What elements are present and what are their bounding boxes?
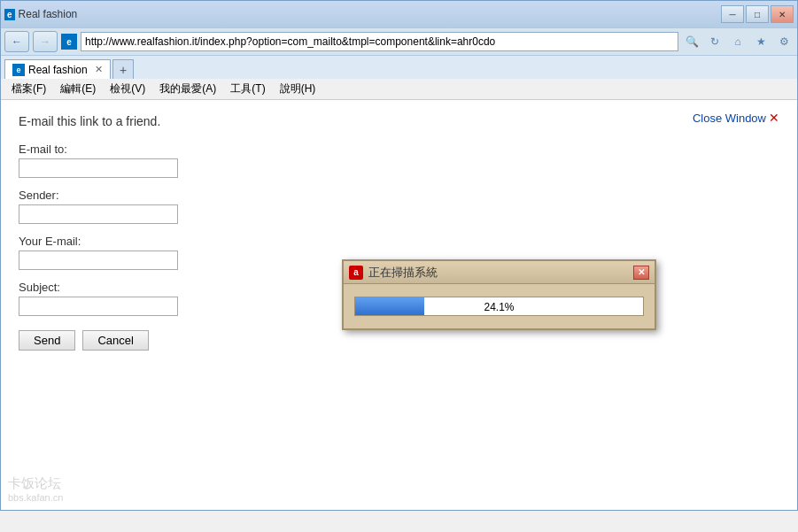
- close-x-icon: ✕: [769, 111, 779, 125]
- watermark: 卡饭论坛 bbs.kafan.cn: [8, 475, 63, 503]
- sender-input[interactable]: [19, 204, 178, 224]
- refresh-icon[interactable]: ↻: [705, 32, 724, 51]
- av-icon-label: a: [353, 267, 359, 277]
- email-to-label: E-mail to:: [19, 143, 779, 156]
- av-close-button[interactable]: ✕: [633, 266, 649, 280]
- menu-edit[interactable]: 編輯(E): [53, 80, 103, 98]
- watermark-line2: bbs.kafan.cn: [8, 492, 63, 503]
- tab-label: Real fashion: [28, 64, 88, 76]
- browser-tab[interactable]: e Real fashion ✕: [4, 59, 111, 79]
- close-window-label: Close Window: [693, 112, 766, 125]
- email-title: E-mail this link to a friend.: [19, 114, 779, 128]
- close-window-button[interactable]: ✕: [771, 5, 794, 23]
- title-bar: e Real fashion ─ □ ✕: [1, 1, 797, 27]
- home-icon[interactable]: ⌂: [728, 32, 748, 51]
- sender-group: Sender:: [19, 189, 779, 224]
- address-icons: 🔍 ↻ ⌂ ★ ⚙: [682, 32, 794, 51]
- menu-bar: 檔案(F) 編輯(E) 檢視(V) 我的最愛(A) 工具(T) 說明(H): [1, 79, 797, 100]
- window-title: Real fashion: [19, 8, 78, 20]
- title-bar-buttons: ─ □ ✕: [721, 5, 794, 23]
- menu-tools[interactable]: 工具(T): [223, 80, 272, 98]
- close-window-link[interactable]: Close Window ✕: [693, 111, 779, 125]
- forward-button[interactable]: →: [33, 31, 58, 52]
- content-area: Close Window ✕ E-mail this link to a fri…: [1, 100, 797, 510]
- av-titlebar: a 正在掃描系統 ✕: [344, 261, 655, 284]
- maximize-button[interactable]: □: [746, 5, 769, 23]
- menu-file[interactable]: 檔案(F): [4, 80, 53, 98]
- menu-favorites[interactable]: 我的最愛(A): [152, 80, 223, 98]
- menu-view[interactable]: 檢視(V): [103, 80, 152, 98]
- browser-window: e Real fashion ─ □ ✕ ← → e 🔍 ↻ ⌂ ★ ⚙ e R…: [0, 0, 798, 511]
- address-input[interactable]: [81, 32, 678, 51]
- minimize-button[interactable]: ─: [721, 5, 744, 23]
- av-progress-text: 24.1%: [355, 297, 643, 316]
- your-email-input[interactable]: [19, 251, 178, 270]
- address-bar: ← → e 🔍 ↻ ⌂ ★ ⚙: [1, 27, 797, 56]
- menu-help[interactable]: 說明(H): [273, 80, 323, 98]
- email-to-group: E-mail to:: [19, 143, 779, 178]
- av-body: 24.1%: [344, 284, 655, 328]
- subject-input[interactable]: [19, 297, 178, 316]
- tab-favicon: e: [12, 64, 25, 76]
- av-dialog: a 正在掃描系統 ✕ 24.1%: [342, 259, 656, 330]
- av-title-left: a 正在掃描系統: [349, 265, 438, 281]
- tab-close-icon[interactable]: ✕: [95, 64, 103, 75]
- back-button[interactable]: ←: [4, 31, 29, 52]
- sender-label: Sender:: [19, 189, 779, 202]
- av-progress-container: 24.1%: [354, 297, 644, 316]
- send-button[interactable]: Send: [19, 330, 75, 351]
- new-tab-button[interactable]: +: [112, 59, 134, 79]
- button-row: Send Cancel: [19, 330, 779, 351]
- av-dialog-title: 正在掃描系統: [368, 265, 438, 281]
- search-icon[interactable]: 🔍: [682, 32, 701, 51]
- page-favicon: e: [61, 34, 77, 50]
- cancel-button[interactable]: Cancel: [82, 330, 148, 351]
- watermark-line1: 卡饭论坛: [8, 475, 63, 492]
- av-icon: a: [349, 266, 363, 280]
- your-email-label: Your E-mail:: [19, 235, 779, 248]
- tab-bar: e Real fashion ✕ +: [1, 56, 797, 79]
- settings-icon[interactable]: ⚙: [774, 32, 794, 51]
- favorites-icon[interactable]: ★: [751, 32, 771, 51]
- browser-favicon: e: [4, 9, 15, 20]
- title-bar-left: e Real fashion: [4, 8, 77, 20]
- email-to-input[interactable]: [19, 158, 178, 178]
